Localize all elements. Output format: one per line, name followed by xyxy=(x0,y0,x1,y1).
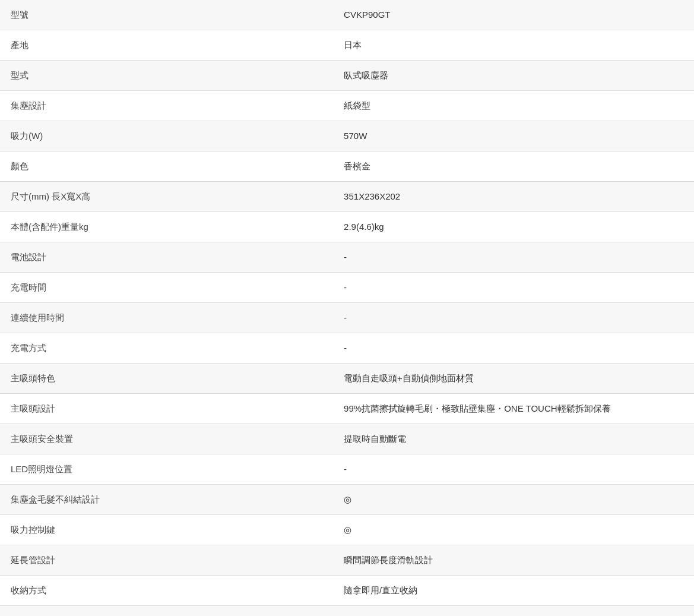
spec-value: 351X236X202 xyxy=(333,182,694,212)
table-row: 延長管設計瞬間調節長度滑軌設計 xyxy=(0,545,694,576)
table-row: 集塵設計紙袋型 xyxy=(0,91,694,121)
spec-label: 濾網設計 xyxy=(0,606,333,617)
table-row: 濾網設計除塵過濾網 xyxy=(0,606,694,617)
spec-value: 瞬間調節長度滑軌設計 xyxy=(333,545,694,576)
spec-value: 日本 xyxy=(333,30,694,61)
spec-label: 顏色 xyxy=(0,151,333,182)
spec-value: - xyxy=(333,454,694,485)
table-row: 型式臥式吸塵器 xyxy=(0,61,694,91)
spec-label: 主吸頭設計 xyxy=(0,394,333,424)
spec-value: 除塵過濾網 xyxy=(333,606,694,617)
spec-label: 集塵設計 xyxy=(0,91,333,121)
spec-value: 電動自走吸頭+自動偵側地面材質 xyxy=(333,364,694,394)
spec-label: 充電方式 xyxy=(0,333,333,364)
spec-label: 吸力(W) xyxy=(0,121,333,151)
spec-label: 連續使用時間 xyxy=(0,303,333,333)
table-row: 主吸頭設計99%抗菌擦拭旋轉毛刷・極致貼壁集塵・ONE TOUCH輕鬆拆卸保養 xyxy=(0,394,694,424)
spec-value: - xyxy=(333,273,694,303)
table-row: 吸力(W)570W xyxy=(0,121,694,151)
spec-value: - xyxy=(333,242,694,273)
table-row: 型號CVKP90GT xyxy=(0,0,694,30)
table-row: 收納方式隨拿即用/直立收納 xyxy=(0,576,694,606)
spec-value: 2.9(4.6)kg xyxy=(333,212,694,242)
spec-value: 570W xyxy=(333,121,694,151)
table-row: 本體(含配件)重量kg2.9(4.6)kg xyxy=(0,212,694,242)
table-row: 主吸頭特色電動自走吸頭+自動偵側地面材質 xyxy=(0,364,694,394)
table-row: 主吸頭安全裝置提取時自動斷電 xyxy=(0,424,694,454)
spec-value: ◎ xyxy=(333,485,694,515)
spec-label: 延長管設計 xyxy=(0,545,333,576)
table-row: 尺寸(mm) 長X寬X高351X236X202 xyxy=(0,182,694,212)
spec-label: 吸力控制鍵 xyxy=(0,515,333,545)
spec-label: 尺寸(mm) 長X寬X高 xyxy=(0,182,333,212)
spec-value: 隨拿即用/直立收納 xyxy=(333,576,694,606)
table-row: 顏色香檳金 xyxy=(0,151,694,182)
table-row: 充電方式- xyxy=(0,333,694,364)
spec-label: 收納方式 xyxy=(0,576,333,606)
spec-value: - xyxy=(333,333,694,364)
spec-label: 集塵盒毛髮不糾結設計 xyxy=(0,485,333,515)
spec-label: 電池設計 xyxy=(0,242,333,273)
spec-label: LED照明燈位置 xyxy=(0,454,333,485)
table-row: 充電時間- xyxy=(0,273,694,303)
spec-value: - xyxy=(333,303,694,333)
spec-label: 產地 xyxy=(0,30,333,61)
spec-value: 香檳金 xyxy=(333,151,694,182)
spec-value: 99%抗菌擦拭旋轉毛刷・極致貼壁集塵・ONE TOUCH輕鬆拆卸保養 xyxy=(333,394,694,424)
spec-value: ◎ xyxy=(333,515,694,545)
spec-table: 型號CVKP90GT產地日本型式臥式吸塵器集塵設計紙袋型吸力(W)570W顏色香… xyxy=(0,0,694,616)
spec-value: CVKP90GT xyxy=(333,0,694,30)
spec-value: 提取時自動斷電 xyxy=(333,424,694,454)
table-row: 集塵盒毛髮不糾結設計◎ xyxy=(0,485,694,515)
table-row: 電池設計- xyxy=(0,242,694,273)
table-row: 連續使用時間- xyxy=(0,303,694,333)
spec-label: 型號 xyxy=(0,0,333,30)
spec-label: 充電時間 xyxy=(0,273,333,303)
spec-value: 臥式吸塵器 xyxy=(333,61,694,91)
spec-label: 型式 xyxy=(0,61,333,91)
spec-value: 紙袋型 xyxy=(333,91,694,121)
spec-label: 主吸頭特色 xyxy=(0,364,333,394)
table-row: 吸力控制鍵◎ xyxy=(0,515,694,545)
spec-label: 本體(含配件)重量kg xyxy=(0,212,333,242)
table-row: 產地日本 xyxy=(0,30,694,61)
table-row: LED照明燈位置- xyxy=(0,454,694,485)
spec-label: 主吸頭安全裝置 xyxy=(0,424,333,454)
